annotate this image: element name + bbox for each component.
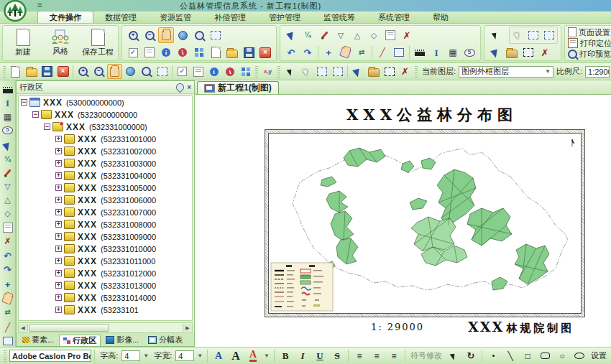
zoom-in-button[interactable]: + xyxy=(125,27,141,43)
snap-button[interactable]: ⇄ xyxy=(354,45,369,60)
panel-close-icon[interactable]: × xyxy=(187,83,191,91)
tree-township-row[interactable]: XXX (532331010000 xyxy=(19,243,192,255)
page-setup-button[interactable]: 页面设置 xyxy=(568,27,611,37)
expand-icon[interactable] xyxy=(55,160,62,167)
polygon-down-button[interactable]: ▽ xyxy=(333,27,349,43)
align-center-button[interactable]: ≡ xyxy=(369,348,385,364)
ls-polygon-button[interactable]: △ xyxy=(1,193,15,207)
sb-pointer-button[interactable] xyxy=(446,348,461,364)
underline-button[interactable]: U xyxy=(312,348,328,364)
scroll-thumb[interactable] xyxy=(29,324,109,332)
doc-tab-project1[interactable]: 新工程1(制图) xyxy=(197,81,279,94)
qt-new-button[interactable] xyxy=(8,64,23,79)
edit-select-button[interactable] xyxy=(283,27,299,43)
qt-clear-button[interactable]: ✗ xyxy=(398,64,413,79)
qt-zoom-in-button[interactable]: + xyxy=(75,64,91,79)
tree-horizontal-scrollbar[interactable]: ◀ ▶ xyxy=(18,322,193,333)
select-check-button[interactable]: ✓ xyxy=(125,45,141,60)
qt-marquee-button[interactable] xyxy=(382,64,397,79)
ls-rect-button[interactable] xyxy=(1,334,15,347)
char-width-dropdown[interactable]: ▼ xyxy=(196,353,204,359)
expand-icon[interactable] xyxy=(55,197,62,203)
font-select[interactable]: Adobe Caslon Pro Bold▼ xyxy=(9,350,91,362)
save-file-button[interactable] xyxy=(241,45,257,60)
undo-button[interactable]: ↶ xyxy=(283,45,299,60)
delete-feature-button[interactable]: ✗ xyxy=(399,27,415,43)
tree-township-row[interactable]: XXX (532331007000 xyxy=(19,206,192,218)
ls-undo-button[interactable]: ↶ xyxy=(1,249,15,263)
ls-redo-button[interactable]: ↷ xyxy=(1,263,15,276)
font-color-red-button[interactable]: A xyxy=(245,348,261,364)
expand-icon[interactable] xyxy=(55,282,62,289)
qt-open-button[interactable] xyxy=(24,64,39,79)
save-project-button[interactable]: 保存工程 xyxy=(81,28,115,58)
magnifier-button[interactable] xyxy=(191,27,207,43)
font-color-blue-button[interactable]: A xyxy=(211,348,226,364)
ls-rotate-button[interactable] xyxy=(1,291,15,305)
scroll-left-icon[interactable]: ◀ xyxy=(19,324,28,332)
tree-township-row[interactable]: XXX (532331011000 xyxy=(19,255,192,267)
qt-identify2-button[interactable]: i xyxy=(222,64,237,79)
ls-polyline-button[interactable]: ▽ xyxy=(1,179,15,193)
sb-rotate-button[interactable]: ↻ xyxy=(463,348,479,364)
pin-icon[interactable] xyxy=(175,82,186,93)
char-width-input[interactable]: 4 xyxy=(175,350,194,361)
qt-select2-button[interactable] xyxy=(314,64,329,79)
tree-township-row[interactable]: XXX (532331005000 xyxy=(19,182,192,194)
select-in-box-button[interactable] xyxy=(525,27,541,43)
attributes-button[interactable] xyxy=(142,45,157,60)
zoom-full-button[interactable] xyxy=(175,27,190,43)
expand-icon[interactable] xyxy=(55,221,62,228)
copy-feature-button[interactable] xyxy=(504,45,520,60)
tile-view-button[interactable] xyxy=(191,45,207,60)
expand-icon[interactable] xyxy=(55,294,62,301)
clear-selection-button[interactable]: ✗ xyxy=(537,45,553,60)
qt-close-button[interactable]: × xyxy=(55,64,70,79)
menu-help[interactable]: 帮助 xyxy=(421,11,460,23)
qt-save-button[interactable] xyxy=(40,64,55,79)
settings-button[interactable]: 设置 xyxy=(591,350,607,361)
expand-icon[interactable] xyxy=(55,270,62,276)
expand-icon[interactable] xyxy=(55,148,62,154)
ls-ruler-button[interactable] xyxy=(1,83,15,96)
sb-draw-rrect-button[interactable] xyxy=(537,348,553,364)
tree-root-row[interactable]: XXX (530000000000) xyxy=(19,96,192,108)
open-file-button[interactable] xyxy=(224,45,240,60)
zoom-out-button[interactable]: − xyxy=(142,27,157,43)
scroll-right-icon[interactable]: ▶ xyxy=(183,324,192,332)
menu-data-mgmt[interactable]: 数据管理 xyxy=(93,11,148,23)
tab-elements[interactable]: 要素... xyxy=(18,334,58,346)
close-file-button[interactable]: × xyxy=(257,45,273,60)
edit-note-button[interactable] xyxy=(382,27,398,43)
align-right-button[interactable]: ≡ xyxy=(386,348,402,364)
ls-move-button[interactable]: + xyxy=(1,278,15,291)
qt-check-button[interactable]: ✓ xyxy=(175,64,190,79)
qt-zoom-full-button[interactable] xyxy=(123,64,138,79)
tree-township-row[interactable]: XXX (532331008000 xyxy=(19,218,192,230)
tab-sheet-index[interactable]: 分幅表 xyxy=(144,334,187,346)
marquee-button[interactable] xyxy=(520,45,536,60)
select-by-rect-button[interactable] xyxy=(510,27,525,43)
qt-pan-button[interactable] xyxy=(107,64,122,79)
ls-eye-button[interactable]: 5 xyxy=(1,123,15,137)
ls-note-button[interactable] xyxy=(1,220,15,234)
draw-rect-button[interactable] xyxy=(391,45,407,60)
menu-resource-supervision[interactable]: 资源监管 xyxy=(148,11,203,23)
move-button[interactable]: + xyxy=(321,45,336,60)
expand-icon[interactable] xyxy=(55,233,62,240)
sb-draw-rect-button[interactable]: □ xyxy=(520,348,536,364)
qt-attributes-button[interactable] xyxy=(190,64,206,79)
sb-draw-line-button[interactable]: ╲ xyxy=(502,348,518,364)
menu-guard-mgmt[interactable]: 管护管理 xyxy=(257,11,312,23)
qt-xy-button[interactable]: x,y xyxy=(260,64,275,79)
tree-township-row[interactable]: XXX (532331002000 xyxy=(19,145,192,157)
qt-select1-button[interactable] xyxy=(298,64,313,79)
expand-icon[interactable] xyxy=(55,209,62,215)
draw-point-button[interactable] xyxy=(485,348,501,364)
print-preview-button[interactable]: 打印预览 xyxy=(568,49,611,59)
qt-zoom-rect-button[interactable] xyxy=(155,64,170,79)
pointer-button[interactable] xyxy=(487,27,503,43)
ls-grid-button[interactable]: ▦ xyxy=(1,110,15,123)
ls-select-button[interactable] xyxy=(1,139,15,152)
statusbar-grip[interactable] xyxy=(4,350,6,362)
